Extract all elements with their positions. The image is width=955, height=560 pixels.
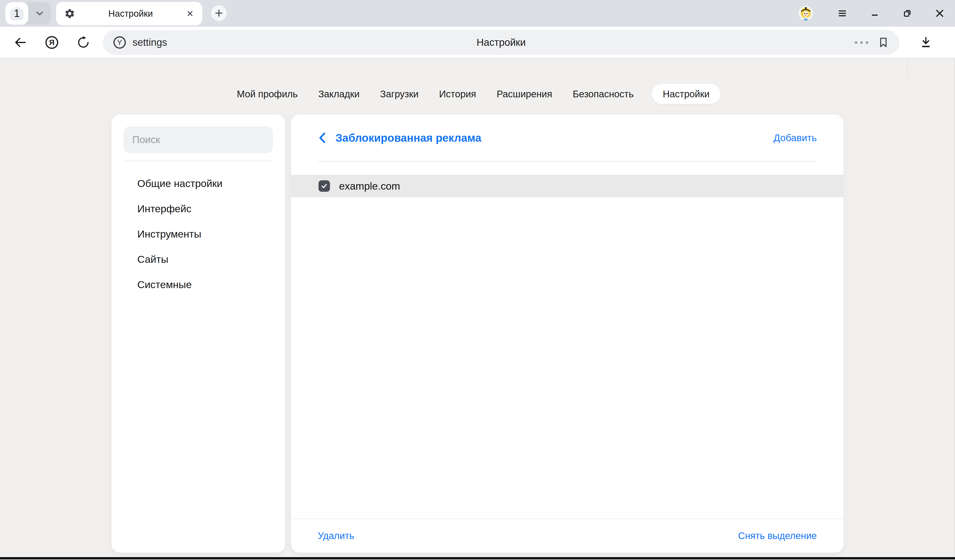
back-button[interactable]: [9, 27, 31, 58]
window-close-button[interactable]: [928, 0, 951, 27]
maximize-button[interactable]: [896, 0, 919, 27]
tab-group-control: 1: [5, 2, 51, 25]
profile-avatar[interactable]: [798, 6, 813, 20]
delete-button[interactable]: Удалить: [318, 530, 354, 541]
yandex-home-button[interactable]: Я: [41, 27, 63, 58]
nav-tab-downloads[interactable]: Загрузки: [378, 84, 421, 104]
search-input[interactable]: [124, 126, 273, 153]
header-divider: [318, 161, 817, 162]
blocked-ads-panel: Заблокированная реклама Добавить example…: [291, 114, 844, 552]
add-button[interactable]: Добавить: [773, 133, 817, 144]
protect-badge-icon[interactable]: Y: [113, 35, 127, 50]
settings-nav: Мой профиль Закладки Загрузки История Ра…: [0, 84, 955, 104]
sidebar-divider: [124, 161, 273, 161]
page-title: Заблокированная реклама: [335, 131, 481, 144]
sidebar-item-interface[interactable]: Интерфейс: [111, 196, 285, 222]
sidebar-item-tools[interactable]: Инструменты: [111, 222, 285, 246]
yandex-logo-icon: Я: [44, 35, 59, 50]
nav-tab-security[interactable]: Безопасность: [570, 84, 636, 104]
sidebar-item-general[interactable]: Общие настройки: [111, 171, 285, 196]
panel-header: Заблокированная реклама Добавить: [291, 114, 844, 161]
url-text[interactable]: settings: [133, 37, 167, 48]
window-right-edge: [954, 58, 955, 557]
minimize-button[interactable]: [863, 0, 886, 27]
sidebar-item-sites[interactable]: Сайты: [111, 246, 285, 272]
close-icon: [934, 8, 945, 19]
tab-list-dropdown-button[interactable]: [28, 2, 51, 25]
tab-count-badge: 1: [10, 6, 23, 20]
nav-tab-bookmarks[interactable]: Закладки: [316, 84, 362, 104]
tab-title: Настройки: [75, 9, 186, 19]
bookmark-button[interactable]: [877, 36, 890, 49]
navigation-toolbar: Я Y settings Настройки: [0, 27, 955, 58]
svg-text:Я: Я: [49, 38, 55, 47]
tab-counter-button[interactable]: 1: [5, 2, 28, 25]
blocked-ad-row[interactable]: example.com: [291, 175, 844, 197]
minimize-icon: [869, 8, 880, 19]
plus-icon: [214, 8, 224, 18]
tab-strip: 1 Настройки: [0, 0, 955, 27]
panel-footer: Удалить Снять выделение: [291, 518, 844, 552]
row-checkbox[interactable]: [318, 180, 330, 192]
address-bar[interactable]: Y settings Настройки: [103, 30, 899, 55]
arrow-left-icon: [13, 36, 27, 49]
checkmark-icon: [320, 182, 328, 190]
address-page-title: Настройки: [103, 37, 899, 48]
sidebar-item-system[interactable]: Системные: [111, 272, 285, 297]
settings-sidebar: Общие настройки Интерфейс Инструменты Са…: [111, 114, 285, 552]
reload-icon: [77, 36, 90, 49]
toolbar-divider: [907, 61, 908, 78]
window-bottom-edge: [0, 557, 955, 559]
new-tab-button[interactable]: [211, 5, 227, 21]
gear-icon: [64, 8, 75, 19]
reload-button[interactable]: [73, 27, 94, 58]
browser-window: 1 Настройки: [0, 0, 955, 560]
nav-tab-profile[interactable]: Мой профиль: [235, 84, 300, 104]
more-actions-button[interactable]: [855, 41, 868, 44]
browser-menu-button[interactable]: [831, 0, 854, 27]
browser-tab[interactable]: Настройки: [56, 2, 202, 25]
downloads-button[interactable]: [914, 27, 938, 58]
chevron-left-icon: [318, 132, 327, 144]
nav-tab-extensions[interactable]: Расширения: [494, 84, 554, 104]
tab-close-button[interactable]: [186, 9, 194, 18]
close-icon: [186, 9, 194, 18]
hamburger-icon: [837, 8, 847, 19]
bookmark-icon: [877, 36, 890, 49]
download-icon: [919, 36, 933, 49]
nav-tab-history[interactable]: История: [437, 84, 479, 104]
chevron-down-icon: [34, 8, 45, 19]
nav-tab-settings[interactable]: Настройки: [652, 84, 720, 104]
svg-text:Y: Y: [117, 38, 122, 47]
deselect-button[interactable]: Снять выделение: [738, 530, 817, 541]
blocked-domain: example.com: [339, 180, 400, 192]
restore-icon: [902, 8, 913, 19]
panel-back-button[interactable]: [318, 132, 327, 144]
avatar-image: [798, 6, 813, 20]
sidebar-list: Общие настройки Интерфейс Инструменты Са…: [111, 171, 285, 297]
